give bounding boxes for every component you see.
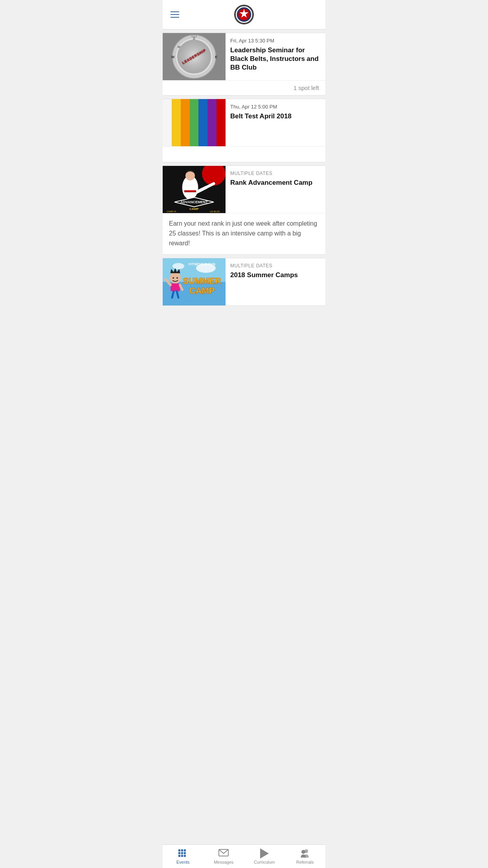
event-card-leadership[interactable]: N S E W NW LEADERSHIP bbox=[163, 33, 325, 96]
messages-icon bbox=[218, 848, 229, 859]
tab-events[interactable]: Events bbox=[163, 846, 204, 867]
svg-text:NW: NW bbox=[178, 45, 183, 49]
svg-text:CAMP: CAMP bbox=[189, 286, 215, 296]
svg-text:W: W bbox=[171, 55, 175, 59]
svg-rect-50 bbox=[181, 852, 183, 854]
event-footer-belt-test bbox=[163, 146, 325, 162]
svg-text:ADVANCEMENT: ADVANCEMENT bbox=[180, 200, 208, 204]
tab-curriculum[interactable]: Curriculum bbox=[244, 846, 285, 867]
svg-text:US BLVD: US BLVD bbox=[210, 210, 220, 213]
svg-point-4 bbox=[242, 12, 245, 15]
event-image-advancement: ADVANCEMENT CAMP CAMP IS US BLVD bbox=[163, 166, 226, 213]
event-card-advancement[interactable]: ADVANCEMENT CAMP CAMP IS US BLVD MULTIPL… bbox=[163, 166, 325, 255]
event-description-advancement: Earn your next rank in just one week aft… bbox=[163, 213, 325, 254]
event-date-leadership: Fri, Apr 13 5:30 PM bbox=[230, 38, 321, 44]
event-info-leadership: Fri, Apr 13 5:30 PM Leadership Seminar f… bbox=[226, 33, 325, 80]
svg-rect-51 bbox=[183, 852, 185, 854]
svg-point-40 bbox=[176, 277, 178, 279]
event-info-belt-test: Thu, Apr 12 5:00 PM Belt Test April 2018 bbox=[226, 99, 325, 146]
svg-marker-14 bbox=[193, 56, 196, 68]
svg-rect-18 bbox=[193, 36, 195, 39]
svg-text:S: S bbox=[193, 70, 195, 74]
event-card-summer[interactable]: FITNESS & FUN SUMMER CAMP bbox=[163, 258, 325, 306]
svg-rect-48 bbox=[183, 850, 185, 851]
event-info-summer: MULTIPLE DATES 2018 Summer Camps bbox=[226, 258, 325, 305]
spots-remaining: 1 spot left bbox=[169, 85, 319, 91]
svg-point-39 bbox=[172, 277, 174, 279]
curriculum-tab-label: Curriculum bbox=[254, 860, 275, 864]
events-icon bbox=[178, 848, 188, 859]
tab-messages[interactable]: Messages bbox=[204, 846, 244, 867]
event-title-advancement: Rank Advancement Camp bbox=[230, 178, 321, 187]
event-image-leadership: N S E W NW LEADERSHIP bbox=[163, 33, 226, 80]
svg-point-6 bbox=[172, 35, 216, 78]
app-logo bbox=[234, 5, 254, 24]
svg-rect-49 bbox=[178, 852, 180, 854]
tab-bar: Events Messages Curriculum bbox=[163, 844, 325, 868]
referrals-icon bbox=[300, 848, 310, 859]
svg-text:FITNESS & FUN: FITNESS & FUN bbox=[189, 262, 215, 266]
event-label-summer: MULTIPLE DATES bbox=[230, 263, 321, 268]
event-title-leadership: Leadership Seminar for Black Belts, Inst… bbox=[230, 46, 321, 72]
svg-point-8 bbox=[178, 40, 211, 73]
svg-text:E: E bbox=[215, 55, 217, 59]
svg-rect-47 bbox=[181, 850, 183, 851]
messages-tab-label: Messages bbox=[214, 860, 233, 864]
events-list: N S E W NW LEADERSHIP bbox=[163, 29, 325, 309]
event-image-summer: FITNESS & FUN SUMMER CAMP bbox=[163, 258, 226, 305]
event-title-summer: 2018 Summer Camps bbox=[230, 271, 321, 280]
referrals-tab-label: Referrals bbox=[296, 860, 314, 864]
svg-rect-25 bbox=[184, 190, 196, 192]
event-label-advancement: MULTIPLE DATES bbox=[230, 171, 321, 176]
events-tab-label: Events bbox=[176, 860, 190, 864]
tab-referrals[interactable]: Referrals bbox=[285, 846, 326, 867]
event-card-belt-test[interactable]: Thu, Apr 12 5:00 PM Belt Test April 2018 bbox=[163, 99, 325, 162]
svg-rect-41 bbox=[171, 283, 180, 291]
svg-marker-13 bbox=[193, 45, 196, 57]
event-title-belt-test: Belt Test April 2018 bbox=[230, 112, 321, 121]
svg-rect-52 bbox=[178, 855, 180, 857]
event-date-belt-test: Thu, Apr 12 5:00 PM bbox=[230, 104, 321, 110]
svg-text:SUMMER: SUMMER bbox=[183, 276, 221, 286]
svg-point-7 bbox=[175, 38, 213, 75]
app-header bbox=[163, 0, 325, 29]
event-image-belt-test bbox=[163, 99, 226, 146]
svg-marker-56 bbox=[260, 848, 269, 859]
svg-rect-53 bbox=[181, 855, 183, 857]
event-footer-leadership: 1 spot left bbox=[163, 80, 325, 95]
svg-rect-54 bbox=[183, 855, 185, 857]
svg-point-58 bbox=[301, 850, 305, 854]
svg-text:CAMP IS: CAMP IS bbox=[167, 210, 176, 213]
hamburger-menu-button[interactable] bbox=[169, 10, 181, 19]
event-info-advancement: MULTIPLE DATES Rank Advancement Camp bbox=[226, 166, 325, 213]
curriculum-play-icon bbox=[259, 848, 270, 859]
svg-text:CAMP: CAMP bbox=[189, 207, 199, 211]
svg-rect-46 bbox=[178, 850, 180, 851]
svg-point-34 bbox=[172, 263, 184, 269]
